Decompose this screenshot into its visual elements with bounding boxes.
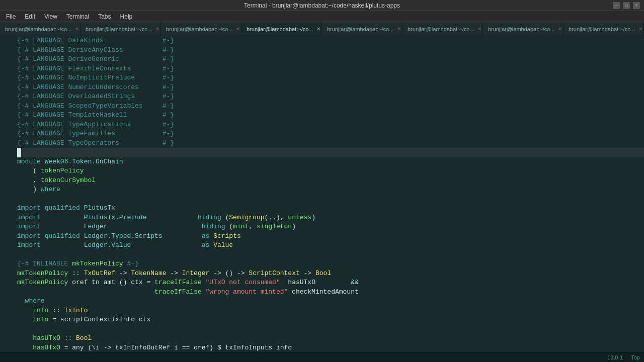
code-area[interactable]: {-# LANGUAGE DataKinds #-} {-# LANGUAGE … (14, 36, 644, 352)
menu-file[interactable]: File (2, 12, 20, 21)
minimize-button[interactable]: – (613, 2, 620, 9)
code-line-10: {-# LANGUAGE TypeApplications #-} (17, 120, 644, 130)
tab-close-0[interactable]: ✕ (75, 26, 79, 32)
tabbar: brunjlar@lambdabat:~/co... ✕ brunjlar@la… (0, 22, 644, 36)
tab-close-6[interactable]: ✕ (558, 26, 562, 32)
code-line-22: import qualified Ledger.Typed.Scripts as… (17, 232, 644, 241)
code-line-25: {-# INLINABLE mkTokenPolicy #-} (17, 259, 644, 269)
tab-3[interactable]: brunjlar@lambdabat:~/co... ✕ (242, 22, 322, 36)
tab-close-1[interactable]: ✕ (155, 26, 159, 32)
tab-close-5[interactable]: ✕ (477, 26, 481, 32)
code-line-14: module Week06.Token.OnChain (17, 157, 644, 167)
menu-terminal[interactable]: Terminal (62, 12, 93, 21)
code-line-4: {-# LANGUAGE FlexibleContexts #-} (17, 64, 644, 74)
code-line-33: hasUTxO :: Bool (17, 334, 644, 343)
maximize-button[interactable]: □ (623, 2, 630, 9)
code-line-34: hasUTxO = any (\i -> txInInfoOutRef i ==… (17, 343, 644, 352)
code-line-6: {-# LANGUAGE NumericUnderscores #-} (17, 83, 644, 93)
code-line-29: where (17, 297, 644, 306)
menu-help[interactable]: Help (116, 12, 137, 21)
code-line-26: mkTokenPolicy :: TxOutRef -> TokenName -… (17, 269, 644, 279)
menu-edit[interactable]: Edit (21, 12, 39, 21)
menubar: File Edit View Terminal Tabs Help (0, 11, 644, 22)
code-line-8: {-# LANGUAGE ScopedTypeVariables #-} (17, 102, 644, 111)
code-line-24 (17, 250, 644, 260)
tab-0[interactable]: brunjlar@lambdabat:~/co... ✕ (0, 22, 80, 36)
statusbar-position: 13,0-1 (607, 354, 623, 360)
statusbar-location: Top (631, 354, 640, 360)
code-line-27: mkTokenPolicy oref tn amt () ctx = trace… (17, 278, 644, 288)
code-line-5: {-# LANGUAGE NoImplicitPrelude #-} (17, 73, 644, 83)
code-line-9: {-# LANGUAGE TemplateHaskell #-} (17, 111, 644, 120)
code-line-17: ) where (17, 185, 644, 195)
code-line-23: import Ledger.Value as Value (17, 241, 644, 250)
code-line-15: ( tokenPolicy (17, 166, 644, 176)
tab-close-2[interactable]: ✕ (236, 26, 240, 32)
titlebar-title: Terminal - brunjlar@lambdabat:~/code/has… (244, 2, 400, 9)
line-numbers (0, 36, 14, 352)
code-line-12: {-# LANGUAGE TypeOperators #-} (17, 139, 644, 148)
code-line-32 (17, 325, 644, 334)
code-line-1: {-# LANGUAGE DataKinds #-} (17, 36, 644, 46)
tab-close-7[interactable]: ✕ (638, 26, 642, 32)
code-line-3: {-# LANGUAGE DeriveGeneric #-} (17, 55, 644, 64)
code-line-2: {-# LANGUAGE DeriveAnyClass #-} (17, 46, 644, 55)
tab-5[interactable]: brunjlar@lambdabat:~/co... ✕ (403, 22, 483, 36)
code-line-19: import qualified PlutusTx (17, 204, 644, 213)
menu-tabs[interactable]: Tabs (94, 12, 115, 21)
code-line-16: , tokenCurSymbol (17, 176, 644, 186)
tab-close-3[interactable]: ✕ (316, 26, 320, 32)
code-line-11: {-# LANGUAGE TypeFamilies #-} (17, 129, 644, 139)
code-line-21: import Ledger hiding (mint, singleton) (17, 222, 644, 232)
tab-6[interactable]: brunjlar@lambdabat:~/co... ✕ (483, 22, 564, 36)
tab-1[interactable]: brunjlar@lambdabat:~/co... ✕ (80, 22, 161, 36)
editor: {-# LANGUAGE DataKinds #-} {-# LANGUAGE … (0, 36, 644, 352)
menu-view[interactable]: View (40, 12, 61, 21)
code-line-30: info :: TxInfo (17, 306, 644, 316)
code-line-20: import PlutusTx.Prelude hiding (Semigrou… (17, 213, 644, 223)
titlebar: Terminal - brunjlar@lambdabat:~/code/has… (0, 0, 644, 11)
tab-7[interactable]: brunjlar@lambdabat:~/co... ✕ (564, 22, 644, 36)
statusbar: 13,0-1 Top (0, 352, 644, 362)
code-line-7: {-# LANGUAGE OverloadedStrings #-} (17, 92, 644, 102)
tab-4[interactable]: brunjlar@lambdabat:~/co... ✕ (322, 22, 403, 36)
close-button[interactable]: × (633, 2, 640, 9)
tab-2[interactable]: brunjlar@lambdabat:~/co... ✕ (161, 22, 242, 36)
titlebar-buttons: – □ × (613, 2, 640, 9)
tab-close-4[interactable]: ✕ (397, 26, 401, 32)
statusbar-right: 13,0-1 Top (607, 354, 640, 360)
code-line-31: info = scriptContextTxInfo ctx (17, 315, 644, 325)
code-line-13 (17, 148, 644, 157)
code-line-28: traceIfFalse "wrong amount minted" check… (17, 288, 644, 297)
code-line-18 (17, 195, 644, 204)
